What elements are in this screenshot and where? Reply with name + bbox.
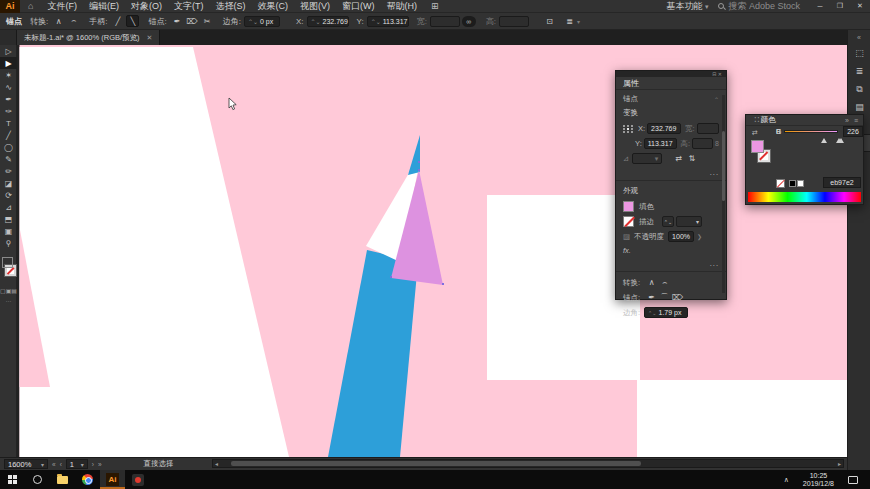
y-position-input[interactable]: 113.317	[644, 138, 677, 149]
horizontal-scrollbar[interactable]: ◂ ▸	[212, 459, 844, 468]
x-position-input[interactable]: ⌃⌄232.769	[307, 16, 349, 27]
hide-handles-icon[interactable]: ╲	[126, 15, 139, 27]
reference-point-widget[interactable]	[623, 125, 634, 133]
artboard-navigation-dropdown[interactable]: 1 ▾	[66, 459, 88, 469]
shaper-tool[interactable]: ✏	[0, 165, 17, 177]
scroll-left-icon[interactable]: ◂	[215, 460, 218, 468]
white-swatch[interactable]	[797, 180, 804, 187]
properties-tab[interactable]: 属性	[616, 77, 726, 90]
menu-edit[interactable]: 编辑(E)	[83, 0, 125, 13]
scale-tool[interactable]: ⊿	[0, 201, 17, 213]
minimize-button[interactable]: ─	[810, 0, 830, 13]
remove-anchor-icon[interactable]: ⌦	[186, 15, 199, 27]
magic-wand-tool[interactable]: ✶	[0, 69, 17, 81]
show-hidden-icons-chevron[interactable]: ∧	[784, 476, 789, 484]
start-button[interactable]	[0, 470, 25, 489]
menu-file[interactable]: 文件(F)	[41, 0, 83, 13]
panel-header-icons[interactable]: ⊟ ✕	[712, 71, 722, 77]
appearance-more-options[interactable]: ...	[623, 259, 719, 268]
transform-more-options[interactable]: ...	[623, 168, 719, 177]
add-anchor-icon[interactable]: ✒	[171, 15, 184, 27]
last-artboard-button[interactable]: »	[98, 461, 102, 468]
type-tool[interactable]: T	[0, 117, 17, 129]
line-segment-tool[interactable]: ╱	[0, 129, 17, 141]
props-remove-anchor-icon[interactable]: ⌒	[658, 292, 671, 303]
show-handles-icon[interactable]: ╱	[111, 15, 124, 27]
menu-view[interactable]: 视图(V)	[294, 0, 336, 13]
illustrator-button[interactable]: Ai	[100, 470, 125, 489]
effects-button[interactable]: fx.	[623, 246, 631, 255]
menu-window[interactable]: 窗口(W)	[336, 0, 381, 13]
menu-effect[interactable]: 效果(C)	[251, 0, 294, 13]
fill-swatch[interactable]	[2, 257, 13, 268]
slider-thumb[interactable]	[836, 138, 842, 143]
slider-thumb[interactable]	[821, 138, 827, 143]
workspace-selector[interactable]: 基本功能 ▾	[666, 0, 708, 13]
adobe-stock-search[interactable]: 搜索 Adobe Stock	[718, 0, 800, 13]
fill-swatch[interactable]	[751, 140, 764, 153]
zoom-tool[interactable]: ⚲	[0, 237, 17, 249]
opacity-input[interactable]: 100%	[668, 231, 694, 242]
none-color-swatch[interactable]	[776, 179, 785, 188]
scrollbar-thumb[interactable]	[231, 461, 641, 466]
panel-scrollbar[interactable]	[722, 95, 725, 293]
channel-value-input[interactable]: 226	[843, 126, 863, 137]
constrain-proportions-icon[interactable]: ∞	[462, 16, 476, 27]
restore-button[interactable]: ❐	[830, 0, 850, 13]
ellipse-tool[interactable]: ◯	[0, 141, 17, 153]
x-position-input[interactable]: 232.769	[647, 123, 681, 134]
transform-panel-icon[interactable]: ⧉	[848, 80, 870, 98]
stroke-weight-dropdown[interactable]: ▾	[676, 216, 702, 227]
draw-mode-buttons[interactable]: ▢▣▤	[0, 287, 17, 294]
paintbrush-tool[interactable]: ✎	[0, 153, 17, 165]
align-panel-icon[interactable]: ≣	[848, 62, 870, 80]
props-cut-path-icon[interactable]: ⌦	[671, 292, 684, 303]
taskbar-clock[interactable]: 10:25 2019/12/8	[803, 472, 834, 488]
channel-slider[interactable]	[784, 130, 838, 133]
menu-type[interactable]: 文字(T)	[168, 0, 210, 13]
align-options-icon[interactable]: ≣	[563, 15, 576, 27]
curvature-tool[interactable]: ✑	[0, 105, 17, 117]
menu-help[interactable]: 帮助(H)	[380, 0, 423, 13]
corner-radius-input[interactable]: ⌃⌄0 px	[244, 16, 280, 27]
collapse-dock-icon[interactable]: «	[848, 30, 870, 44]
panel-menu-icon[interactable]: ≡	[854, 117, 858, 124]
y-position-input[interactable]: ⌃⌄113.317	[367, 16, 409, 27]
flip-vertical-icon[interactable]: ⇅	[685, 153, 698, 164]
lasso-tool[interactable]: ∿	[0, 81, 17, 93]
app-logo[interactable]: Ai	[0, 0, 20, 13]
scroll-up-icon[interactable]: ⌃	[714, 96, 719, 103]
close-tab-icon[interactable]: ✕	[147, 34, 153, 42]
cut-path-icon[interactable]: ✂	[201, 15, 214, 27]
chrome-button[interactable]	[75, 470, 100, 489]
previous-artboard-button[interactable]: ‹	[60, 461, 62, 468]
white-rect-bottom-right[interactable]	[637, 380, 847, 457]
artboard-tool[interactable]: ▣	[0, 225, 17, 237]
convert-smooth-icon[interactable]: ⌢	[67, 15, 80, 27]
cortana-button[interactable]	[25, 470, 50, 489]
hex-value-input[interactable]: eb97e2	[823, 177, 861, 188]
corner-radius-input[interactable]: ⌃⌄ 1.79 px	[644, 307, 688, 318]
edit-toolbar-ellipsis[interactable]: …	[0, 297, 17, 303]
opacity-arrow-icon[interactable]: ❯	[697, 233, 702, 240]
flip-horizontal-icon[interactable]: ⇄	[672, 153, 685, 164]
isolate-selection-icon[interactable]: ⊡	[543, 15, 556, 27]
stroke-weight-stepper[interactable]: ⌃⌄	[662, 216, 674, 227]
selection-tool[interactable]: ▷	[0, 45, 17, 57]
direct-selection-tool[interactable]: ▶	[0, 57, 17, 69]
fill-color-swatch[interactable]	[623, 201, 634, 212]
chevron-down-icon[interactable]: ▾	[577, 18, 580, 25]
convert-corner-icon[interactable]: ∧	[52, 15, 65, 27]
artboards-panel-icon[interactable]: ⬚	[848, 44, 870, 62]
scroll-right-icon[interactable]: ▸	[838, 460, 841, 468]
constrain-proportions-icon[interactable]: 8	[715, 140, 719, 147]
file-explorer-button[interactable]	[50, 470, 75, 489]
workspace-switcher-icon[interactable]: ⊞	[431, 1, 439, 11]
menu-select[interactable]: 选择(S)	[209, 0, 251, 13]
zoom-level-dropdown[interactable]: 1600% ▾	[4, 459, 48, 469]
swap-fill-stroke-icon[interactable]: ⇄	[752, 129, 758, 137]
menu-object[interactable]: 对象(O)	[125, 0, 168, 13]
close-button[interactable]: ✕	[850, 0, 870, 13]
rotate-tool[interactable]: ⟳	[0, 189, 17, 201]
color-tab[interactable]: ∷ 颜色 » ≡	[746, 115, 863, 126]
